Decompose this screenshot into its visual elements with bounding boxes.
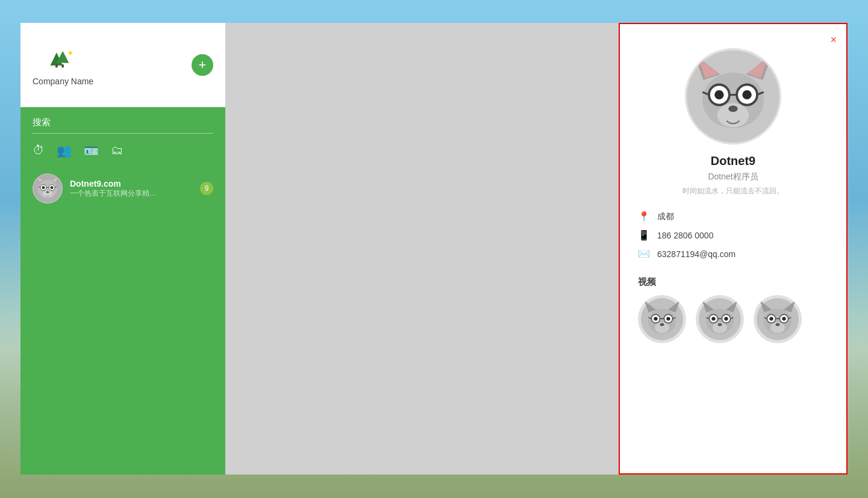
svg-point-16 <box>51 186 54 189</box>
chat-preview: 一个热衷于互联网分享精... <box>70 188 166 199</box>
filter-icons-row: ⏱ 👥 🪪 🗂 <box>33 143 213 158</box>
wolf-thumb-2-icon <box>699 298 741 340</box>
logo-area: ✦ Company Name <box>33 44 93 86</box>
history-icon[interactable]: ⏱ <box>33 143 45 158</box>
main-content <box>225 23 623 475</box>
videos-section-title: 视频 <box>632 276 834 288</box>
company-logo-icon: ✦ <box>45 44 81 74</box>
chat-badge: 9 <box>200 182 213 195</box>
svg-point-69 <box>769 317 773 320</box>
search-divider <box>33 133 213 134</box>
video-thumb-3[interactable] <box>754 295 802 343</box>
svg-rect-2 <box>55 64 57 67</box>
svg-point-66 <box>776 323 780 326</box>
video-thumbs <box>632 295 834 343</box>
search-label: 搜索 <box>33 117 213 128</box>
svg-point-12 <box>46 191 49 193</box>
svg-point-44 <box>666 317 670 320</box>
svg-point-53 <box>718 323 722 326</box>
chat-info: Dotnet9.com 一个热衷于互联网分享精... <box>70 179 195 199</box>
email-icon: ✉️ <box>638 248 650 260</box>
profile-avatar-large <box>685 48 781 145</box>
location-row: 📍 成都 <box>638 211 828 222</box>
svg-point-27 <box>728 105 737 112</box>
profile-name: Dotnet9 <box>711 154 755 168</box>
profile-panel: × <box>619 23 848 475</box>
svg-point-57 <box>724 317 728 320</box>
email-row: ✉️ 632871194@qq.com <box>638 248 828 260</box>
add-chat-button[interactable]: + <box>192 54 213 76</box>
phone-icon: 📱 <box>638 229 650 241</box>
email-text: 632871194@qq.com <box>657 249 735 259</box>
svg-text:✦: ✦ <box>67 49 74 58</box>
close-button[interactable]: × <box>830 34 837 46</box>
video-thumb-1[interactable] <box>638 295 686 343</box>
background: ✦ Company Name + 搜索 ⏱ 👥 🪪 🗂 <box>0 0 868 498</box>
profile-motto: 时间如流水，只能流去不流回。 <box>682 186 784 196</box>
sidebar: ✦ Company Name + 搜索 ⏱ 👥 🪪 🗂 <box>20 23 225 475</box>
svg-point-30 <box>714 90 723 99</box>
svg-point-43 <box>654 317 657 320</box>
phone-row: 📱 186 2806 0000 <box>638 229 828 241</box>
wolf-thumb-1-icon <box>641 298 683 340</box>
location-icon: 📍 <box>638 211 650 222</box>
video-thumb-2[interactable] <box>696 295 744 343</box>
profile-info: 📍 成都 📱 186 2806 0000 ✉️ 632871194@qq.com <box>632 211 834 267</box>
wolf-avatar-large-icon <box>687 50 779 143</box>
phone-text: 186 2806 0000 <box>657 231 713 240</box>
svg-point-70 <box>782 317 785 320</box>
svg-point-56 <box>711 317 715 320</box>
svg-point-15 <box>42 186 45 189</box>
company-name-label: Company Name <box>33 76 93 86</box>
location-text: 成都 <box>657 211 674 222</box>
sidebar-header: ✦ Company Name + <box>20 23 225 107</box>
wolf-avatar-small-icon <box>33 173 63 204</box>
wolf-thumb-3-icon <box>757 298 799 340</box>
svg-point-31 <box>742 90 751 99</box>
profile-title: Dotnet程序员 <box>708 172 758 182</box>
contacts-icon[interactable]: 👥 <box>57 143 72 158</box>
chat-list-item[interactable]: Dotnet9.com 一个热衷于互联网分享精... 9 <box>33 167 213 210</box>
archive-icon[interactable]: 🗂 <box>111 143 123 158</box>
sidebar-search-area: 搜索 ⏱ 👥 🪪 🗂 <box>20 107 225 475</box>
chat-name: Dotnet9.com <box>70 179 195 188</box>
svg-rect-3 <box>61 64 63 67</box>
card-icon[interactable]: 🪪 <box>84 143 99 158</box>
chat-avatar <box>33 173 63 204</box>
svg-point-40 <box>660 323 664 326</box>
app-window: ✦ Company Name + 搜索 ⏱ 👥 🪪 🗂 <box>20 23 623 475</box>
